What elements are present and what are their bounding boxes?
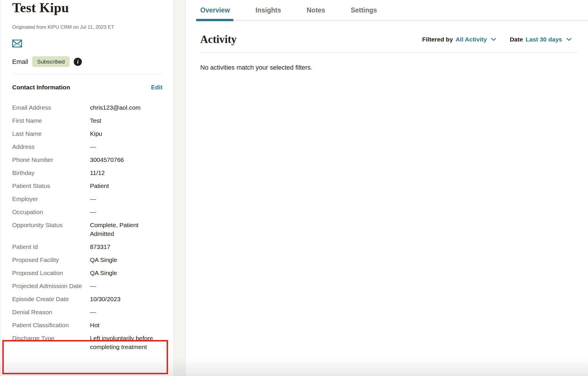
contact-field-row: Last Name Kipu <box>12 129 163 138</box>
date-range-filter-dropdown[interactable]: Date Last 30 days <box>510 36 572 43</box>
field-label: Proposed Facility <box>12 256 90 264</box>
activity-heading: Activity <box>200 33 237 46</box>
contact-info-header-row: Contact Information Edit <box>12 84 163 91</box>
contact-field-row: Proposed Location QA Single <box>12 269 163 277</box>
profile-tab[interactable]: Insights <box>255 0 281 21</box>
contact-info-heading: Contact Information <box>12 84 70 91</box>
contact-field-row: Address — <box>12 142 163 151</box>
panel-gutter-scroll-track[interactable] <box>174 0 186 376</box>
contact-field-row: Email Address chris123@aol.com <box>12 103 163 112</box>
field-label: Patient Id <box>12 243 90 251</box>
edit-contact-info-link[interactable]: Edit <box>151 84 163 91</box>
filtered-by-label: Filtered by <box>422 36 453 43</box>
field-label: Patient Classification <box>12 321 90 330</box>
contact-field-row: Birthday 11/12 <box>12 169 163 177</box>
activity-header-row: Activity Filtered by All Activity Date L… <box>200 33 572 46</box>
field-value: — <box>90 282 155 290</box>
contact-field-row: Phone Number 3004570766 <box>12 156 163 164</box>
field-label: Last Name <box>12 129 90 138</box>
activity-divider <box>200 53 578 53</box>
tab-label: Settings <box>351 6 377 14</box>
field-label: Phone Number <box>12 156 90 164</box>
contact-info-fields: Email Address chris123@aol.com First Nam… <box>12 103 163 351</box>
field-label: Opportunity Status <box>12 221 90 238</box>
field-value: — <box>90 195 155 203</box>
field-label: Birthday <box>12 169 90 177</box>
contact-field-row: Employer — <box>12 195 163 203</box>
tab-label: Overview <box>200 6 230 14</box>
field-value: chris123@aol.com <box>90 103 155 112</box>
field-value: Test <box>90 116 155 125</box>
main-content-panel: Overview Insights Notes Settings Activit… <box>186 0 588 376</box>
contact-field-row: Patient Status Patient <box>12 182 163 190</box>
profile-tab[interactable]: Overview <box>200 0 230 21</box>
date-label: Date <box>510 36 523 43</box>
profile-tab[interactable]: Notes <box>306 0 325 21</box>
contact-field-row: Patient Classification Hot <box>12 321 163 330</box>
contact-field-row: Patient Id 873317 <box>12 243 163 251</box>
profile-tabs: Overview Insights Notes Settings <box>200 0 588 21</box>
field-label: Discharge Type <box>12 334 90 351</box>
field-value: 873317 <box>90 243 155 251</box>
contact-field-row: Opportunity Status Complete, Patient Adm… <box>12 221 163 238</box>
contact-field-row: Denial Reason — <box>12 308 163 317</box>
field-value: Kipu <box>90 129 155 138</box>
field-value: Patient <box>90 182 155 190</box>
email-envelope-icon[interactable] <box>12 44 22 48</box>
date-range-value: Last 30 days <box>526 36 562 43</box>
channel-icons <box>12 39 163 49</box>
activity-filter-value: All Activity <box>456 36 487 43</box>
field-value: — <box>90 208 155 216</box>
field-label: Employer <box>12 195 90 203</box>
field-label: First Name <box>12 116 90 125</box>
contact-sidebar: Test Kipu Originated from KIPU CRM on Ju… <box>1 0 174 376</box>
tab-label: Insights <box>255 6 281 14</box>
field-value: — <box>90 308 155 317</box>
field-label: Proposed Location <box>12 269 90 277</box>
field-label: Projected Admission Date <box>12 282 90 290</box>
email-channel-label: Email <box>12 58 28 66</box>
contact-name-title: Test Kipu <box>12 0 163 16</box>
chevron-down-icon <box>491 38 496 41</box>
profile-tab[interactable]: Settings <box>351 0 377 21</box>
field-value: Left involuntarily before completing tre… <box>90 334 155 351</box>
field-value: Complete, Patient Admitted <box>90 221 155 238</box>
activity-filters: Filtered by All Activity Date Last 30 da… <box>422 36 572 43</box>
field-label: Email Address <box>12 103 90 112</box>
activity-type-filter-dropdown[interactable]: Filtered by All Activity <box>422 36 496 43</box>
section-divider <box>12 74 163 74</box>
chevron-down-icon <box>566 38 572 41</box>
field-label: Address <box>12 142 90 151</box>
email-status-row: Email Subscribed i <box>12 56 163 67</box>
field-value: Hot <box>90 321 155 330</box>
field-value: QA Single <box>90 269 155 277</box>
field-label: Patient Status <box>12 182 90 190</box>
field-value: — <box>90 142 155 151</box>
field-value: 11/12 <box>90 169 155 177</box>
field-label: Episode Create Date <box>12 295 90 303</box>
field-value: 3004570766 <box>90 156 155 164</box>
info-icon[interactable]: i <box>74 58 82 66</box>
field-label: Denial Reason <box>12 308 90 317</box>
contact-field-row: Projected Admission Date — <box>12 282 163 290</box>
contact-field-row: First Name Test <box>12 116 163 125</box>
subscribed-status-badge: Subscribed <box>32 56 70 67</box>
contact-field-row: Proposed Facility QA Single <box>12 256 163 264</box>
contact-field-row: Episode Create Date 10/30/2023 <box>12 295 163 303</box>
empty-activity-message: No activities match your selected filter… <box>200 64 588 71</box>
contact-profile-page: Test Kipu Originated from KIPU CRM on Ju… <box>0 0 588 376</box>
field-value: 10/30/2023 <box>90 295 155 303</box>
contact-field-row: Discharge Type Left involuntarily before… <box>12 334 163 351</box>
tab-label: Notes <box>306 6 325 14</box>
contact-field-row: Occupation — <box>12 208 163 216</box>
contact-origin-text: Originated from KIPU CRM on Jul 11, 2023… <box>12 24 163 30</box>
field-label: Occupation <box>12 208 90 216</box>
field-value: QA Single <box>90 256 155 264</box>
